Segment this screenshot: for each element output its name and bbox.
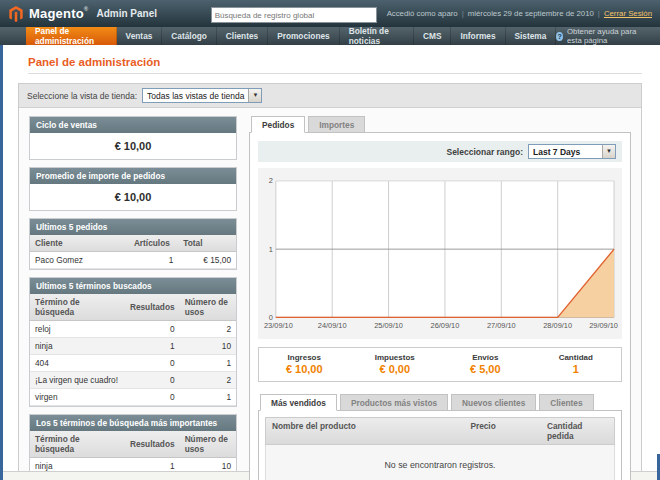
col-header: Precio [464,418,541,444]
tab-pedidos[interactable]: Pedidos [251,116,305,133]
products-tabs: Más vendidos Productos más vistos Nuevos… [258,394,622,410]
main-nav: Panel de administración Ventas Catálogo … [0,27,660,45]
col-header: Cantidad pedida [541,418,614,444]
nav-item-cms[interactable]: CMS [414,27,451,45]
svg-text:24/09/10: 24/09/10 [318,321,347,330]
header-separator: | [462,9,464,18]
svg-text:27/09/10: 27/09/10 [487,321,516,330]
orders-chart-panel: Seleccionar rango: Last 7 Days ▼ 01223/0… [249,132,631,480]
get-help-label: Obtener ayuda para esta página [567,27,650,45]
dashboard-right-column: Pedidos Importes Seleccionar rango: Last… [249,116,631,480]
lifetime-sales-box: Ciclo de ventas € 10,00 [29,116,237,160]
title-divider [28,73,642,74]
dashboard-container: Seleccione la vista de tienda: Todas las… [18,83,642,480]
products-table-header: Nombre del producto Precio Cantidad pedi… [265,417,615,445]
top-search-terms-title: Los 5 términos de búsqueda más important… [30,415,236,431]
chevron-down-icon: ▼ [602,145,615,158]
dashboard-left-column: Ciclo de ventas € 10,00 Promedio de impo… [29,116,237,480]
range-bar: Seleccionar rango: Last 7 Days ▼ [258,141,622,162]
logout-link[interactable]: Cerrar Sesión [604,9,652,18]
global-search [211,4,377,24]
tab-importes[interactable]: Importes [308,116,365,133]
col-header: Resultados [125,294,180,321]
nav-item-promociones[interactable]: Promociones [268,27,340,45]
totals-row: Ingresos € 10,00 Impuestos € 0,00 Envíos… [258,347,622,382]
col-header: Número de usos [180,431,236,458]
magento-logo: Magento® Admin Panel [8,6,157,22]
last-orders-table: Cliente Artículos Total Paco Gomez 1 € 1… [30,235,236,269]
svg-text:28/09/10: 28/09/10 [543,321,572,330]
svg-text:26/09/10: 26/09/10 [431,321,460,330]
logo-trademark: ® [84,6,89,12]
chevron-down-icon: ▼ [248,89,261,102]
window-frame-left [0,45,3,480]
get-help-link[interactable]: ? Obtener ayuda para esta página [556,27,660,45]
global-search-input[interactable] [211,7,377,23]
table-row[interactable]: Paco Gomez 1 € 15,00 [30,252,236,269]
header-user-info: Accedió como aparo | miércoles 29 de sep… [387,9,652,18]
col-header: Resultados [125,431,180,458]
chart-tabs: Pedidos Importes [249,116,631,132]
logo-text: Magento® [29,6,88,21]
table-row[interactable]: 404 0 1 [30,355,236,372]
sales-chart: 01223/09/1024/09/1025/09/1026/09/1027/09… [260,173,620,339]
lifetime-sales-value: € 10,00 [30,133,236,159]
average-orders-value: € 10,00 [30,184,236,210]
logged-in-as: Accedió como aparo [387,9,458,18]
store-view-bar: Seleccione la vista de tienda: Todas las… [19,84,641,108]
nav-item-catalogo[interactable]: Catálogo [162,27,217,45]
logo-suffix: Admin Panel [96,8,157,19]
total-cantidad: Cantidad 1 [531,348,622,381]
svg-text:23/09/10: 23/09/10 [264,321,293,330]
tab-nuevos-clientes[interactable]: Nuevos clientes [451,394,536,411]
table-row[interactable]: reloj 0 2 [30,321,236,338]
range-label: Seleccionar rango: [446,147,523,157]
tab-productos-mas-vistos[interactable]: Productos más vistos [340,394,448,411]
nav-item-clientes[interactable]: Clientes [217,27,268,45]
last-search-terms-title: Ultimos 5 términos buscados [30,278,236,294]
average-orders-title: Promedio de importe de pedidos [30,168,236,184]
header-separator: | [598,9,600,18]
lifetime-sales-title: Ciclo de ventas [30,117,236,133]
table-row[interactable]: ninja 1 10 [30,338,236,355]
last-search-terms-table: Término de búsqueda Resultados Número de… [30,294,236,406]
help-icon: ? [556,32,563,41]
header-date: miércoles 29 de septiembre de 2010 [468,9,594,18]
total-impuestos: Impuestos € 0,00 [350,348,441,381]
total-ingresos: Ingresos € 10,00 [259,348,350,381]
average-orders-box: Promedio de importe de pedidos € 10,00 [29,167,237,211]
col-header: Cliente [30,235,129,252]
store-view-label: Seleccione la vista de tienda: [27,91,137,101]
col-header: Artículos [129,235,178,252]
tab-mas-vendidos[interactable]: Más vendidos [260,394,337,411]
col-header: Nombre del producto [266,418,464,444]
svg-text:25/09/10: 25/09/10 [374,321,403,330]
products-panel: Nombre del producto Precio Cantidad pedi… [258,410,622,480]
nav-item-ventas[interactable]: Ventas [117,27,163,45]
total-envios: Envíos € 5,00 [440,348,531,381]
tab-clientes[interactable]: Clientes [539,394,593,411]
col-header: Término de búsqueda [30,431,125,458]
top-header: Magento® Admin Panel Accedió como aparo … [0,0,660,27]
magento-logo-icon [8,6,24,22]
table-row[interactable]: virgen 0 1 [30,389,236,406]
nav-item-sistema[interactable]: Sistema [506,27,557,45]
empty-records-message: No se encontraron registros. [265,445,615,480]
last-orders-title: Ultimos 5 pedidos [30,219,236,235]
svg-text:2: 2 [269,176,273,185]
range-select[interactable]: Last 7 Days ▼ [528,144,616,159]
svg-text:1: 1 [269,245,273,254]
nav-item-boletin[interactable]: Boletín de noticias [340,27,414,45]
store-view-select[interactable]: Todas las vistas de tienda ▼ [142,88,262,103]
last-orders-box: Ultimos 5 pedidos Cliente Artículos Tota… [29,218,237,270]
svg-text:29/09/10: 29/09/10 [589,321,618,330]
col-header: Número de usos [180,294,236,321]
table-row[interactable]: ¡La virgen que cuadro! 0 2 [30,372,236,389]
nav-item-dashboard[interactable]: Panel de administración [26,27,117,45]
col-header: Término de búsqueda [30,294,125,321]
col-header: Total [178,235,236,252]
nav-item-informes[interactable]: Informes [451,27,505,45]
last-search-terms-box: Ultimos 5 términos buscados Término de b… [29,277,237,407]
page-title: Panel de administración [28,56,642,68]
chart-strip: 01223/09/1024/09/1025/09/1026/09/1027/09… [258,168,622,339]
